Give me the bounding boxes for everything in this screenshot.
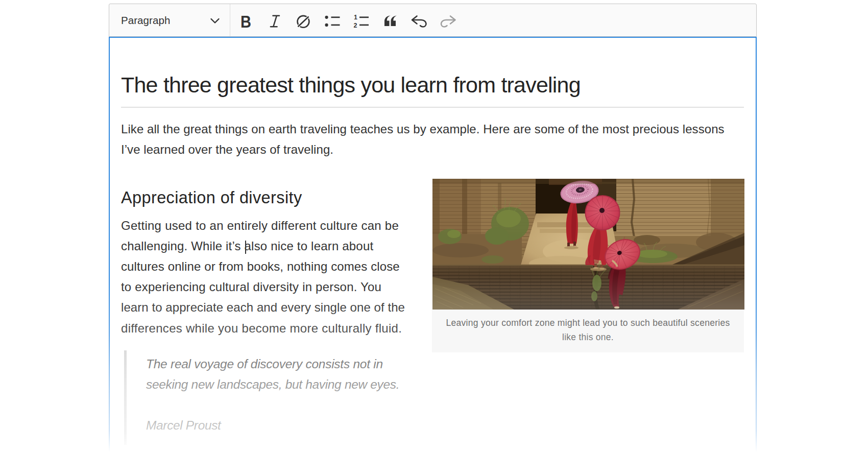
svg-text:B: B xyxy=(240,12,251,31)
svg-text:2: 2 xyxy=(354,22,357,29)
svg-text:1: 1 xyxy=(354,14,357,21)
